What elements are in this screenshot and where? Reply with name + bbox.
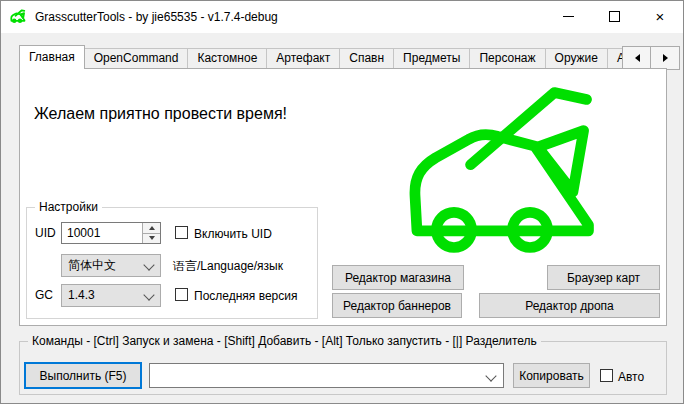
tab-scroll-right-button[interactable]: [650, 46, 680, 70]
language-selected-value: 简体中文: [68, 258, 116, 272]
tab-page-home: Желаем приятно провести время! Настройки…: [19, 68, 667, 326]
uid-stepper: [61, 222, 161, 244]
tab-personazh[interactable]: Персонаж: [469, 48, 545, 68]
tab-predmety[interactable]: Предметы: [393, 48, 470, 68]
auto-label: Авто: [618, 370, 644, 384]
uid-spin-buttons: [142, 223, 160, 243]
uid-spin-up-button[interactable]: [143, 223, 160, 234]
tab-kastomnoe[interactable]: Кастомное: [187, 48, 267, 68]
minimize-button[interactable]: [545, 1, 591, 32]
spin-up-icon: [149, 226, 155, 230]
run-button[interactable]: Выполнить (F5): [24, 362, 142, 389]
gc-version-select[interactable]: 1.4.3: [61, 284, 161, 307]
app-logo-icon: [10, 9, 30, 24]
language-caption: 语言/Language/язык: [173, 258, 283, 275]
title-bar[interactable]: GrasscutterTools - by jie65535 - v1.7.4-…: [1, 1, 683, 33]
command-input[interactable]: [150, 364, 485, 387]
commands-group-title: Команды - [Ctrl] Запуск и замена - [Shif…: [28, 334, 541, 348]
chevron-down-icon: [143, 259, 154, 270]
tab-oruzhie[interactable]: Оружие: [545, 48, 608, 68]
app-window: GrasscutterTools - by jie65535 - v1.7.4-…: [0, 0, 684, 404]
copy-button[interactable]: Копировать: [513, 363, 590, 388]
chevron-down-icon: [143, 289, 154, 300]
spin-down-icon: [149, 236, 155, 240]
settings-group-title: Настройки: [35, 200, 102, 214]
tab-opencommand[interactable]: OpenCommand: [84, 48, 189, 68]
settings-groupbox: Настройки UID Включить UID 简体中文 语言/Langu…: [26, 207, 318, 319]
uid-input[interactable]: [62, 223, 145, 243]
minimize-icon: [563, 16, 574, 17]
gc-label: GC: [35, 288, 53, 302]
maximize-icon: [609, 11, 620, 22]
command-combobox: [149, 363, 504, 388]
enable-uid-label: Включить UID: [194, 227, 272, 241]
car-illustration: [395, 77, 665, 267]
close-button[interactable]: ×: [637, 1, 683, 32]
uid-label: UID: [35, 226, 56, 240]
drop-editor-button[interactable]: Редактор дропа: [479, 293, 660, 318]
welcome-text: Желаем приятно провести время!: [34, 105, 287, 123]
close-icon: ×: [656, 9, 665, 24]
tab-spavn[interactable]: Спавн: [339, 48, 394, 68]
tab-akkaunt[interactable]: Аккаунт: [607, 48, 622, 68]
banner-editor-button[interactable]: Редактор баннеров: [332, 293, 462, 318]
language-select[interactable]: 简体中文: [61, 254, 161, 277]
arrow-left-icon: [635, 54, 640, 62]
window-title: GrasscutterTools - by jie65535 - v1.7.4-…: [35, 1, 278, 33]
tab-artefakt[interactable]: Артефакт: [266, 48, 340, 68]
tab-strip: Главная OpenCommand Кастомное Артефакт С…: [19, 45, 622, 69]
map-browser-button[interactable]: Браузер карт: [547, 265, 660, 290]
gc-version-selected-value: 1.4.3: [68, 288, 95, 302]
auto-checkbox[interactable]: [600, 369, 613, 382]
latest-version-checkbox[interactable]: [175, 288, 188, 301]
tab-glavnaya[interactable]: Главная: [19, 45, 85, 69]
shop-editor-button[interactable]: Редактор магазина: [332, 265, 464, 290]
tab-scroll-left-button[interactable]: [622, 46, 652, 70]
enable-uid-checkbox[interactable]: [175, 226, 188, 239]
latest-version-label: Последняя версия: [194, 289, 297, 303]
chevron-down-icon[interactable]: [485, 370, 496, 381]
uid-spin-down-button[interactable]: [143, 234, 160, 244]
arrow-right-icon: [663, 54, 668, 62]
commands-groupbox: Команды - [Ctrl] Запуск и замена - [Shif…: [19, 341, 667, 395]
maximize-button[interactable]: [591, 1, 637, 32]
